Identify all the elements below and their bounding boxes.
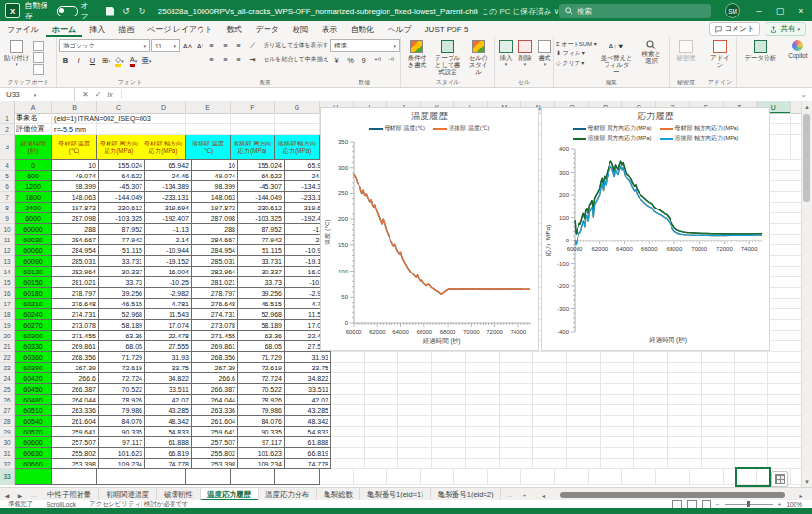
cell[interactable]: 63.36 <box>99 331 145 341</box>
row-header-13[interactable]: 13 <box>0 256 15 267</box>
cell[interactable] <box>432 459 466 469</box>
cell[interactable] <box>432 427 466 437</box>
cell[interactable]: 60660 <box>15 459 52 469</box>
tab-自動化[interactable]: 自動化 <box>344 21 381 37</box>
cell[interactable]: 60570 <box>15 427 52 437</box>
cell[interactable]: 60330 <box>15 341 52 352</box>
cell[interactable]: r=-5.5 mm <box>52 124 97 135</box>
cell[interactable] <box>466 448 500 459</box>
cell[interactable] <box>466 459 500 469</box>
legend-entry[interactable]: 溶接部 周方向応力(MPa) <box>573 134 652 143</box>
cell[interactable] <box>768 416 802 427</box>
cell[interactable]: 273.078 <box>52 320 99 331</box>
cell[interactable]: 33.75 <box>285 363 331 373</box>
cell[interactable]: 264.044 <box>52 395 99 405</box>
cell[interactable] <box>668 384 702 395</box>
cell[interactable]: 284.667 <box>52 235 99 245</box>
orientation-icon[interactable]: ⟋ <box>246 39 259 51</box>
cell[interactable] <box>567 405 601 416</box>
cell[interactable]: 43.285 <box>285 405 331 416</box>
cell[interactable]: 58.189 <box>99 320 145 331</box>
cell[interactable]: 39.256 <box>238 288 285 299</box>
cell[interactable]: 72.619 <box>238 363 285 373</box>
share-button[interactable]: 共有▾ <box>765 22 806 36</box>
cell[interactable]: 257.507 <box>52 437 99 448</box>
scroll-up-icon[interactable]: ▲ <box>802 101 812 112</box>
row-header-4[interactable]: 4 <box>0 160 15 171</box>
sheet-tab-温度応力分布[interactable]: 温度応力分布 <box>259 488 317 501</box>
cell[interactable] <box>398 459 432 469</box>
copilot-button[interactable]: Copilot <box>786 39 809 60</box>
merge-center-button[interactable]: セルを結合して中央揃え <box>264 55 328 64</box>
cell[interactable] <box>768 331 802 341</box>
cell[interactable]: -233.131 <box>145 192 192 203</box>
cell[interactable] <box>702 395 735 405</box>
legend-entry[interactable]: 母材部 周方向応力(MPa) <box>573 124 652 133</box>
cell[interactable]: -10.25 <box>145 277 192 288</box>
cell[interactable] <box>365 427 399 437</box>
row-header-15[interactable]: 15 <box>0 277 15 288</box>
cell[interactable] <box>702 405 735 416</box>
cell[interactable] <box>702 373 735 384</box>
cell[interactable] <box>533 448 567 459</box>
zoom-out-icon[interactable]: − <box>716 501 720 508</box>
cell[interactable] <box>500 384 534 395</box>
stress-chart[interactable]: 応力履歴 母材部 周方向応力(MPa)母材部 軸方向応力(MPa)溶接部 周方向… <box>541 107 770 351</box>
cell[interactable]: 60000 <box>15 224 52 235</box>
cell[interactable]: 60030 <box>15 235 52 245</box>
row-header-16[interactable]: 16 <box>0 288 15 299</box>
sheet-tab-亀裂総数[interactable]: 亀裂総数 <box>317 488 360 501</box>
cell[interactable]: 60150 <box>15 277 52 288</box>
cell[interactable]: 90.335 <box>238 427 285 437</box>
cell[interactable]: 266.387 <box>52 384 99 395</box>
cell[interactable]: 30.337 <box>238 267 285 277</box>
row-header-21[interactable]: 21 <box>0 341 15 352</box>
vertical-scroll-thumb[interactable] <box>803 114 810 202</box>
cell[interactable] <box>702 427 735 437</box>
cancel-icon[interactable]: ✕ <box>82 90 89 99</box>
select-all-corner[interactable] <box>0 101 15 114</box>
cell[interactable]: 266.6 <box>52 373 99 384</box>
cell[interactable]: 68.05 <box>99 341 145 352</box>
cell[interactable] <box>533 363 567 373</box>
underline-button[interactable]: U <box>86 54 99 67</box>
cell[interactable] <box>15 469 52 485</box>
cell[interactable] <box>601 448 635 459</box>
cell[interactable]: 61.888 <box>145 437 192 448</box>
cell[interactable]: 54.833 <box>145 427 192 437</box>
italic-button[interactable]: I <box>73 54 85 67</box>
cell[interactable] <box>768 341 802 352</box>
cell[interactable]: 11.543 <box>145 309 192 320</box>
row-header-19[interactable]: 19 <box>0 320 15 331</box>
cell[interactable]: 72.619 <box>99 363 145 373</box>
cell[interactable] <box>768 437 802 448</box>
cell[interactable]: 60120 <box>15 267 52 277</box>
cell[interactable]: 68.05 <box>238 341 285 352</box>
insert-cells-button[interactable]: 挿入▾ <box>497 39 515 69</box>
decrease-decimal-icon[interactable]: ⁻⁰ <box>385 54 397 67</box>
cell[interactable]: 46.515 <box>99 299 145 309</box>
cell[interactable] <box>567 373 601 384</box>
format-cells-button[interactable]: 書式▾ <box>536 39 553 69</box>
column-header-E[interactable]: E <box>186 101 231 114</box>
cell[interactable] <box>432 363 466 373</box>
undo-button[interactable]: ↺ <box>120 5 133 17</box>
cell[interactable] <box>768 171 802 181</box>
cell[interactable] <box>533 437 567 448</box>
cell[interactable]: 33.511 <box>145 384 192 395</box>
cell[interactable]: 39.256 <box>99 288 145 299</box>
row-header-22[interactable]: 22 <box>0 352 15 363</box>
cell[interactable]: 60480 <box>15 395 52 405</box>
cell[interactable] <box>398 352 432 363</box>
cell[interactable] <box>141 124 186 135</box>
cell[interactable]: 278.797 <box>192 288 238 299</box>
cell[interactable] <box>567 437 601 448</box>
cell[interactable] <box>466 363 500 373</box>
cell[interactable]: 65.942 <box>145 160 192 171</box>
cell[interactable] <box>533 416 567 427</box>
cell[interactable] <box>735 405 769 416</box>
cell[interactable] <box>702 352 735 363</box>
cell[interactable] <box>365 416 399 427</box>
save-button[interactable] <box>104 5 116 17</box>
enter-icon[interactable]: ✓ <box>95 90 102 99</box>
